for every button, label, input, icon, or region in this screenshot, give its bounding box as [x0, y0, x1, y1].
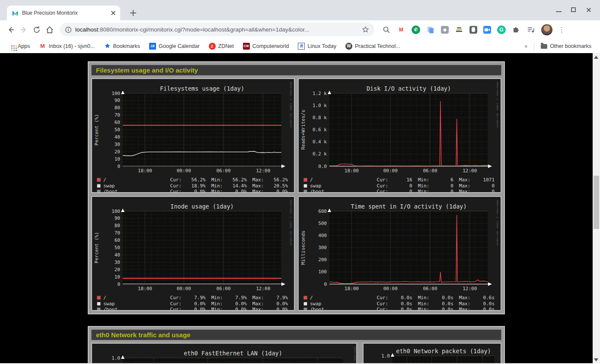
legend-swatch	[303, 178, 307, 182]
x-tick-label: 18:00	[345, 168, 359, 174]
home-button[interactable]	[43, 23, 56, 36]
zoom-icon[interactable]	[483, 26, 491, 34]
legend-row: /bootCur:0.0sMin:0.0sMax:0.0s	[303, 307, 500, 311]
graph-panel-io-time[interactable]: 010020030040050060018:0000:0006:0012:00T…	[298, 196, 501, 311]
url-bar[interactable]: localhost:8080/monitorix-cgi/monitorix.c…	[60, 23, 374, 36]
bookmark-bookmarks[interactable]: Bookmarks	[102, 41, 143, 51]
graph-panel-inode-usage[interactable]: 010203040506070809010018:0000:0006:0012:…	[91, 196, 295, 311]
legend-stat-max: Max:7.9%	[252, 295, 294, 301]
y-tick-label: 400	[318, 233, 327, 238]
extensions-puzzle-icon[interactable]	[512, 25, 520, 34]
bookmark-inbox[interactable]: M Inbox (16) - sjvn0...	[37, 41, 98, 51]
keep-icon[interactable]	[469, 26, 477, 34]
monitorix-page: Filesystem usage and I/O activity 010203…	[0, 53, 600, 364]
scroll-up-icon[interactable]	[594, 56, 598, 59]
y-tick-label: 100	[318, 269, 327, 275]
legend-row: /bootCur:0.0%Min:0.0%Max:0.0%	[97, 307, 294, 311]
x-tick-label: 18:00	[138, 168, 152, 174]
chart-title: Disk I/O activity (1day)	[367, 85, 451, 92]
bookmarks-overflow-chevron[interactable]: »	[522, 42, 530, 51]
chart-title: eth0 FastEthernet LAN (1day)	[184, 350, 282, 357]
legend-series-name: /	[310, 177, 377, 183]
legend-stat-min: Min:56.2%	[211, 177, 252, 183]
y-tick-label: 1.0	[381, 353, 390, 359]
legend-series-name: /boot	[103, 189, 170, 193]
y-tick-label: 30	[115, 142, 120, 147]
menu-icon[interactable]: ⋮	[559, 26, 565, 34]
legend-stat-cur: Cur:18.9%	[170, 183, 211, 189]
chart-canvas: 1.0eth0 Network packets (1day)Packets/sR…	[364, 344, 501, 364]
back-button[interactable]	[4, 23, 17, 36]
legend-stat-cur: Cur:0.0s	[377, 307, 418, 311]
bookmark-zdnet[interactable]: Z ZDNet	[206, 41, 236, 51]
voice-icon[interactable]: ✆	[412, 25, 420, 34]
minimize-icon[interactable]	[556, 11, 562, 12]
playlist-icon[interactable]	[527, 25, 535, 34]
bookmark-linux-today[interactable]: lt Linux Today	[295, 41, 339, 51]
legend-series-name: /boot	[103, 307, 170, 311]
legend-swatch	[97, 184, 101, 188]
bookmarks-bar: Apps M Inbox (16) - sjvn0... Bookmarks 2…	[0, 39, 600, 53]
scrollbar[interactable]	[593, 53, 600, 364]
y-tick-label: 1.0	[112, 355, 120, 361]
legend-stat-cur: Cur:56.2%	[170, 177, 211, 183]
legend-stat-min: Min:7.9%	[211, 295, 252, 301]
legend-stat-max: Max:0	[459, 183, 500, 189]
new-tab-button[interactable]	[128, 8, 138, 18]
graph-panel-filesystems-usage[interactable]: 010203040506070809010018:0000:0006:0012:…	[91, 78, 295, 193]
maximize-icon[interactable]	[571, 7, 576, 12]
contacts-icon[interactable]: ☻	[441, 26, 449, 34]
chart-legend: /Cur:56.2%Min:56.2%Max:56.2%swapCur:18.9…	[93, 176, 294, 193]
rrdtool-watermark: RRDTOOL / TOBI OETIKER	[289, 82, 292, 128]
copy-pages-icon[interactable]	[426, 25, 435, 34]
profile-avatar[interactable]	[541, 24, 552, 35]
legend-row: /Cur:16Min:6Max:1071	[303, 177, 500, 183]
scrollbar-thumb[interactable]	[594, 176, 599, 229]
legend-stat-max: Max:0.0s	[459, 301, 500, 307]
chart-legend: /Cur:0.0sMin:0.0sMax:0.6sswapCur:0.0sMin…	[299, 294, 500, 311]
other-bookmarks-button[interactable]: Other bookmarks	[538, 42, 594, 51]
legend-series-name: swap	[103, 301, 170, 307]
tab-close-icon[interactable]	[110, 9, 117, 16]
bookmark-star-icon[interactable]	[362, 26, 369, 33]
graph-panel-disk-io[interactable]: 0.00.2 k0.4 k0.6 k0.8 k1.0 k1.2 k18:0000…	[298, 78, 501, 193]
y-tick-label: 600	[318, 209, 327, 214]
x-tick-label: 00:00	[177, 168, 191, 174]
rrdtool-watermark: RRDTOOL / TOBI OETIKER	[496, 82, 498, 128]
legend-stat-max: Max:20.5%	[252, 183, 294, 189]
apps-button[interactable]: Apps	[6, 41, 33, 51]
chart-canvas: 0.00.2 k0.4 k0.6 k0.8 k1.0 k1.2 k18:0000…	[299, 79, 498, 174]
legend-stat-cur: Cur:0.0s	[377, 301, 418, 307]
chart-title: Filesystems usage (1day)	[160, 85, 244, 92]
gmail-icon[interactable]: M	[397, 25, 405, 34]
graph-panel-eth0-packets[interactable]: 1.0eth0 Network packets (1day)Packets/sR…	[363, 343, 501, 364]
graph-panel-eth0-lan[interactable]: 1.00.9eth0 FastEthernet LAN (1day)RRDTOO…	[91, 343, 357, 364]
x-axis-arrow	[488, 165, 492, 168]
y-tick-label: 0.4 k	[313, 139, 327, 145]
legend-row: swapCur:0Min:0Max:0	[303, 183, 500, 189]
close-window-icon[interactable]	[585, 6, 592, 13]
bookmark-practical-technology[interactable]: W Practical Technol...	[343, 41, 403, 51]
legend-stat-max: Max:0.0%	[252, 307, 294, 311]
search-icon[interactable]	[382, 25, 391, 34]
library-icon[interactable]	[455, 25, 463, 34]
zdnet-icon: Z	[209, 43, 216, 50]
y-tick-label: 70	[115, 230, 120, 236]
page-info-icon[interactable]	[65, 26, 72, 33]
bookmark-google-calendar[interactable]: 28 Google Calendar	[147, 41, 202, 51]
folder-icon	[541, 44, 547, 49]
browser-tab[interactable]: Blue Precision Monitorix	[7, 6, 120, 20]
forward-button[interactable]	[17, 23, 30, 36]
url-text[interactable]: localhost:8080/monitorix-cgi/monitorix.c…	[75, 26, 362, 33]
scroll-down-icon[interactable]	[594, 358, 598, 361]
legend-series-name: /	[103, 177, 170, 183]
legend-stat-min: Min:0.0%	[211, 189, 252, 193]
grammarly-icon[interactable]: G	[497, 25, 506, 34]
reload-button[interactable]	[30, 23, 43, 36]
chart-canvas: 010020030040050060018:0000:0006:0012:00T…	[299, 197, 498, 292]
x-tick-label: 12:00	[256, 168, 270, 174]
legend-row: swapCur:0.0sMin:0.0sMax:0.0s	[303, 301, 500, 307]
y-tick-label: 60	[115, 237, 120, 243]
bookmark-computerworld[interactable]: CW Computerworld	[240, 41, 292, 51]
y-tick-label: 500	[318, 221, 327, 226]
